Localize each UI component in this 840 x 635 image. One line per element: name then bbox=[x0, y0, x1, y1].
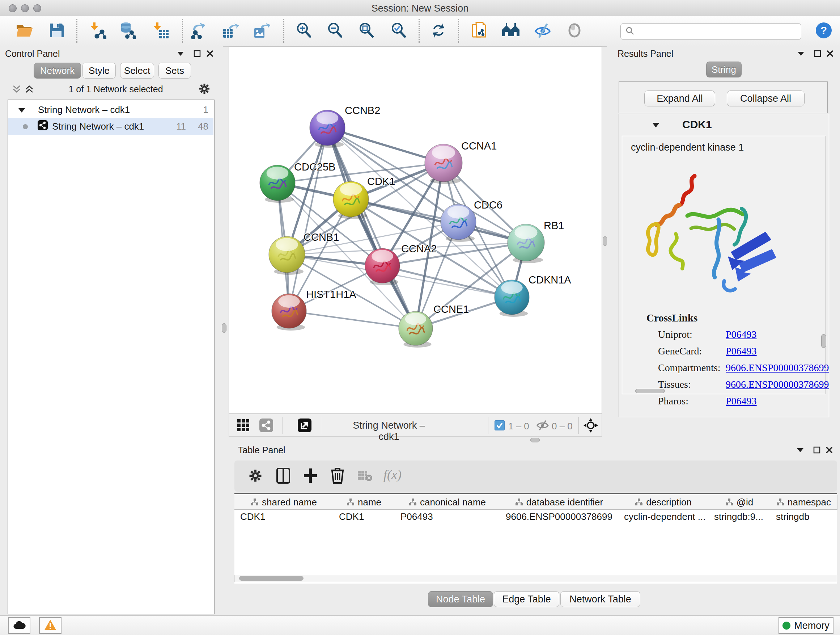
table-cell[interactable]: P06493 bbox=[395, 509, 500, 524]
collapse-all-tree-icon[interactable] bbox=[12, 84, 21, 95]
fit-selected-crosshair-icon[interactable] bbox=[584, 418, 598, 434]
column-header-name[interactable]: name bbox=[333, 495, 395, 510]
node-HIST1H1A[interactable] bbox=[272, 294, 306, 331]
column-header-canonical-name[interactable]: canonical name bbox=[395, 495, 500, 510]
show-all-button[interactable] bbox=[564, 21, 584, 41]
network-canvas[interactable]: CCNB2CCNA1CDC25BCDK1CDC6RB1CCNB1CCNA2CDK… bbox=[229, 46, 602, 414]
panel-menu-icon[interactable] bbox=[797, 51, 805, 58]
import-table-button[interactable] bbox=[150, 21, 171, 41]
table-cell[interactable]: CDK1 bbox=[234, 509, 333, 524]
crosslink-link[interactable]: P06493 bbox=[726, 395, 757, 407]
add-row-icon[interactable] bbox=[303, 468, 317, 485]
edge-HIST1H1A-CCNE1[interactable] bbox=[289, 311, 416, 328]
node-CCNB1[interactable] bbox=[269, 236, 305, 275]
expand-all-button[interactable]: Expand All bbox=[644, 90, 715, 106]
edge-CCNB2-HIST1H1A[interactable] bbox=[289, 128, 327, 311]
column-header-shared-name[interactable]: shared name bbox=[234, 495, 333, 510]
import-network-database-button[interactable] bbox=[117, 21, 137, 41]
panel-close-icon[interactable] bbox=[206, 50, 213, 59]
tab-select[interactable]: Select bbox=[120, 63, 154, 79]
table-cell[interactable]: cyclin-dependent ... bbox=[618, 509, 708, 524]
table-cell[interactable]: CDK1 bbox=[333, 509, 395, 524]
memory-button[interactable]: Memory bbox=[778, 617, 834, 634]
zoom-fit-button[interactable] bbox=[356, 21, 377, 41]
panel-close-icon[interactable] bbox=[826, 447, 833, 455]
node-CDC25B[interactable] bbox=[260, 165, 295, 203]
string-network-graph[interactable]: CCNB2CCNA1CDC25BCDK1CDC6RB1CCNB1CCNA2CDK… bbox=[229, 47, 602, 413]
crosslink-link[interactable]: P06493 bbox=[726, 345, 757, 357]
panel-float-icon[interactable] bbox=[813, 447, 821, 455]
results-vscroll-thumb[interactable] bbox=[821, 334, 826, 348]
tab-edge-table[interactable]: Edge Table bbox=[494, 591, 559, 607]
tab-node-table[interactable]: Node Table bbox=[428, 591, 493, 607]
table-gear-icon[interactable] bbox=[248, 469, 263, 485]
search-input[interactable] bbox=[637, 26, 794, 37]
node-RB1[interactable] bbox=[508, 224, 545, 263]
network-from-selection-button[interactable] bbox=[470, 21, 490, 41]
panel-menu-icon[interactable] bbox=[177, 51, 185, 58]
network-row-selected[interactable]: String Network – cdk1 11 48 bbox=[8, 118, 213, 135]
node-table[interactable]: shared namenamecanonical namedatabase id… bbox=[234, 493, 837, 584]
add-column-icon[interactable] bbox=[276, 468, 291, 485]
column-header-description[interactable]: description bbox=[618, 495, 709, 510]
save-session-button[interactable] bbox=[47, 21, 67, 41]
table-cell[interactable]: stringdb bbox=[770, 509, 837, 524]
left-splitter-handle[interactable] bbox=[222, 323, 226, 333]
tab-network[interactable]: Network bbox=[34, 63, 81, 79]
table-hscroll-thumb[interactable] bbox=[239, 576, 303, 581]
options-gear-icon[interactable] bbox=[198, 82, 210, 96]
tree-expander-icon[interactable] bbox=[18, 104, 25, 116]
table-cell[interactable]: stringdb:9... bbox=[708, 509, 770, 524]
export-image-button[interactable] bbox=[251, 21, 272, 41]
grid-view-icon[interactable] bbox=[237, 419, 250, 433]
panel-float-icon[interactable] bbox=[814, 50, 821, 59]
crosslink-link[interactable]: 9606.ENSP00000378699 bbox=[726, 379, 829, 390]
node-CCNA1[interactable] bbox=[425, 144, 462, 184]
bottom-splitter-handle[interactable] bbox=[531, 438, 540, 442]
crosslink-link[interactable]: P06493 bbox=[726, 329, 757, 340]
results-hscroll-thumb[interactable] bbox=[635, 389, 665, 393]
tab-string[interactable]: String bbox=[706, 62, 742, 78]
svg-text:?: ? bbox=[821, 24, 827, 36]
column-header--id[interactable]: @id bbox=[708, 495, 771, 510]
zoom-out-button[interactable] bbox=[325, 21, 345, 41]
column-header-database-identifier[interactable]: database identifier bbox=[500, 495, 619, 510]
tab-sets[interactable]: Sets bbox=[158, 63, 191, 79]
open-session-button[interactable] bbox=[14, 21, 35, 41]
node-label-HIST1H1A: HIST1H1A bbox=[306, 288, 356, 300]
network-collection-row[interactable]: String Network – cdk1 1 bbox=[8, 101, 213, 118]
crosslink-link[interactable]: 9606.ENSP00000378699 bbox=[726, 362, 829, 374]
refresh-button[interactable] bbox=[428, 21, 448, 41]
column-header-namespac[interactable]: namespac bbox=[770, 495, 837, 510]
export-network-button[interactable] bbox=[189, 21, 209, 41]
node-CDKN1A[interactable] bbox=[494, 280, 529, 317]
node-CDK1[interactable] bbox=[333, 181, 369, 219]
help-button[interactable]: ? bbox=[813, 21, 834, 41]
tab-style[interactable]: Style bbox=[82, 63, 116, 79]
selected-checkbox-icon[interactable] bbox=[494, 420, 505, 432]
hide-selected-button[interactable] bbox=[532, 21, 553, 41]
collection-count: 1 bbox=[203, 104, 208, 116]
expand-all-tree-icon[interactable] bbox=[25, 84, 34, 95]
collapse-all-button[interactable]: Collapse All bbox=[727, 90, 805, 106]
panel-close-icon[interactable] bbox=[826, 50, 834, 59]
main-toolbar: ? bbox=[0, 16, 840, 47]
tab-network-table[interactable]: Network Table bbox=[561, 591, 640, 607]
warnings-button[interactable] bbox=[39, 617, 62, 634]
table-cell[interactable]: 9606.ENSP00000378699 bbox=[500, 509, 618, 524]
zoom-selected-button[interactable] bbox=[388, 21, 409, 41]
panel-menu-icon[interactable] bbox=[796, 447, 804, 454]
zoom-in-button[interactable] bbox=[294, 21, 314, 41]
export-table-button[interactable] bbox=[220, 21, 240, 41]
network-share-icon[interactable] bbox=[259, 418, 273, 434]
panel-float-icon[interactable] bbox=[194, 50, 201, 59]
import-network-file-button[interactable] bbox=[88, 21, 108, 41]
first-neighbors-button[interactable] bbox=[501, 21, 521, 41]
node-CCNE1[interactable] bbox=[399, 311, 433, 348]
delete-column-trash-icon[interactable] bbox=[331, 467, 344, 485]
section-collapse-icon[interactable] bbox=[652, 122, 660, 130]
open-in-browser-icon[interactable] bbox=[298, 418, 311, 434]
hidden-eye-icon[interactable] bbox=[537, 420, 549, 432]
table-hscrollbar[interactable] bbox=[234, 575, 837, 582]
cloud-status-button[interactable] bbox=[8, 617, 30, 634]
